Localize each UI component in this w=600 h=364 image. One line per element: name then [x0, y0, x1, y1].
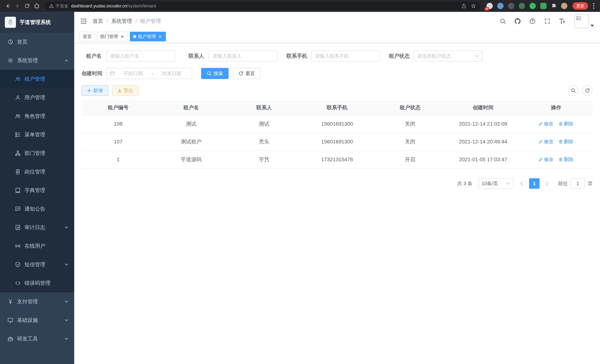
delete-button[interactable]: 删除	[559, 138, 573, 145]
next-page-icon[interactable]	[543, 178, 552, 189]
breadcrumb-separator: /	[135, 18, 137, 24]
github-icon[interactable]	[514, 17, 522, 25]
user-avatar[interactable]	[574, 14, 594, 28]
share-icon[interactable]	[461, 3, 466, 9]
extension-icon-3[interactable]	[508, 3, 514, 9]
close-icon[interactable]	[158, 34, 162, 39]
browser-toolbar: 不安全 dashboard.yudao.iocoder.cn/system/te…	[0, 0, 600, 12]
reload-icon[interactable]	[22, 1, 32, 10]
column-header-contact: 联系人	[228, 100, 300, 115]
sidebar-item-label: 研发工具	[17, 335, 38, 342]
extensions-puzzle-icon[interactable]	[551, 3, 557, 9]
sidebar-item-infra[interactable]: 基础设施	[0, 311, 74, 329]
page-number-current[interactable]: 1	[529, 178, 540, 189]
date-range-picker[interactable]: 开始日期 - 结束日期	[106, 68, 192, 79]
browser-menu-icon[interactable]	[590, 3, 597, 9]
sidebar-item-post[interactable]: 岗位管理	[0, 162, 74, 181]
phone-input[interactable]	[311, 50, 380, 62]
extension-icon-2[interactable]	[497, 3, 504, 9]
home-icon[interactable]	[32, 1, 42, 10]
sidebar: 芋道管理系统 首页 系统管理 租户管理 用户管理	[0, 12, 74, 364]
tab-tenant[interactable]: 租户管理	[130, 32, 166, 41]
avatar-broken-image	[574, 14, 589, 28]
chevron-down-icon	[475, 55, 479, 57]
add-button[interactable]: 新增	[82, 85, 108, 96]
dashboard-icon	[7, 39, 13, 45]
breadcrumb-system[interactable]: 系统管理	[111, 18, 132, 25]
sidebar-item-errorcode[interactable]: 错误码管理	[0, 274, 74, 292]
back-icon[interactable]	[3, 1, 13, 10]
edit-button[interactable]: 修改	[539, 138, 553, 145]
sidebar-item-payment[interactable]: 支付管理	[0, 292, 74, 311]
sidebar-item-role[interactable]: 角色管理	[0, 107, 74, 125]
sidebar-item-label: 角色管理	[25, 113, 45, 120]
extension-icon-6[interactable]	[540, 3, 547, 9]
edit-button[interactable]: 修改	[539, 121, 553, 127]
app-frame: 芋道管理系统 首页 系统管理 租户管理 用户管理	[0, 12, 600, 364]
cell-phone: 15601691300	[300, 133, 374, 151]
table-row: 108 测试 测试 15601691300 关闭 2021-12-14 21:0…	[82, 115, 593, 133]
delete-button[interactable]: 删除	[559, 156, 573, 163]
browser-update-button[interactable]: 更新	[572, 2, 588, 10]
bookmark-star-icon[interactable]	[471, 3, 476, 9]
search-button[interactable]: 搜索	[201, 68, 229, 79]
sidebar-item-tenant[interactable]: 租户管理	[0, 70, 74, 88]
calendar-icon	[110, 71, 115, 76]
role-icon	[15, 113, 21, 119]
prev-page-icon[interactable]	[517, 178, 526, 189]
delete-button[interactable]: 删除	[559, 121, 573, 127]
code-icon	[15, 280, 21, 286]
filter-status: 租户状态 请选择租户状态	[389, 50, 482, 62]
sidebar-item-devtools[interactable]: 研发工具	[0, 329, 74, 348]
page-size-select[interactable]: 10条/页	[478, 178, 514, 189]
sidebar-item-home[interactable]: 首页	[0, 33, 74, 51]
status-select[interactable]: 请选择租户状态	[413, 50, 482, 62]
contact-input[interactable]	[208, 50, 278, 62]
sidebar-item-auditlog[interactable]: 审计日志	[0, 218, 74, 237]
sidebar-item-user[interactable]: 用户管理	[0, 88, 74, 107]
extension-icon-4[interactable]	[519, 3, 525, 9]
export-button[interactable]: 导出	[112, 85, 139, 96]
toggle-search-button[interactable]	[568, 85, 579, 96]
reset-button[interactable]: 重置	[233, 68, 261, 79]
fullscreen-icon[interactable]	[543, 17, 551, 25]
chevron-down-icon	[65, 226, 68, 229]
page-size-value: 10条/页	[482, 180, 498, 187]
tab-home[interactable]: 首页	[79, 32, 95, 41]
edit-button[interactable]: 修改	[539, 156, 553, 163]
font-size-icon[interactable]	[558, 17, 566, 25]
help-icon[interactable]	[528, 17, 536, 25]
extension-icon-1[interactable]: 10	[487, 3, 493, 9]
extension-icon-5[interactable]	[529, 3, 536, 9]
site-security-indicator[interactable]: 不安全	[49, 3, 68, 9]
org-tree-icon	[15, 150, 21, 156]
breadcrumb-home[interactable]: 首页	[93, 18, 103, 25]
sidebar-item-online[interactable]: 在线用户	[0, 237, 74, 255]
sidebar-item-label: 部门管理	[25, 150, 45, 157]
address-bar[interactable]: 不安全 dashboard.yudao.iocoder.cn/system/te…	[45, 1, 480, 10]
chevron-down-icon	[65, 318, 68, 322]
sidebar-toggle-icon[interactable]	[74, 12, 93, 30]
tenant-name-input[interactable]	[106, 50, 175, 62]
sidebar-item-sms[interactable]: 短信管理	[0, 255, 74, 274]
chevron-down-icon	[506, 182, 510, 185]
tab-dept[interactable]: 部门管理	[97, 32, 128, 41]
close-icon[interactable]	[120, 34, 125, 39]
cell-phone: 15601691300	[300, 115, 374, 133]
chevron-down-icon	[65, 263, 68, 266]
sidebar-item-notice[interactable]: 通知公告	[0, 200, 74, 218]
forward-icon[interactable]	[13, 1, 22, 10]
refresh-table-button[interactable]	[582, 85, 593, 96]
profile-avatar-icon[interactable]	[561, 3, 567, 9]
cell-actions: 修改删除	[520, 115, 593, 133]
sidebar-item-label: 基础设施	[17, 317, 38, 324]
broadcast-icon	[15, 243, 21, 249]
sidebar-item-dict[interactable]: 字典管理	[0, 181, 74, 200]
header-search-icon[interactable]	[499, 17, 507, 25]
sidebar-item-dept[interactable]: 部门管理	[0, 144, 74, 162]
app-logo[interactable]: 芋道管理系统	[0, 12, 74, 33]
goto-page-input[interactable]	[570, 178, 585, 189]
column-header-actions: 操作	[520, 100, 593, 115]
sidebar-item-system[interactable]: 系统管理	[0, 51, 74, 70]
sidebar-item-menu[interactable]: 菜单管理	[0, 125, 74, 144]
